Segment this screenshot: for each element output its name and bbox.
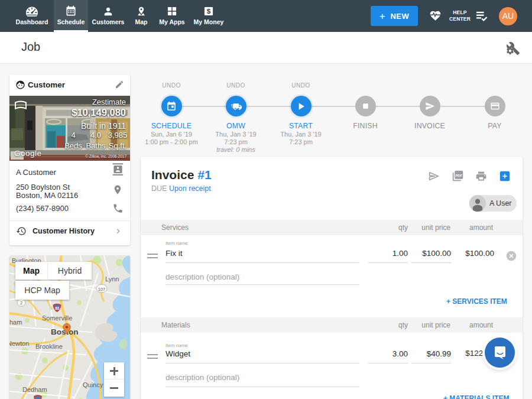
svg-text:PDF: PDF [456, 174, 463, 177]
svg-text:$: $ [207, 7, 211, 15]
svg-text:93: 93 [55, 306, 60, 310]
svg-text:2: 2 [20, 300, 22, 306]
svg-text:Somerville: Somerville [42, 314, 72, 322]
svg-text:Dedham: Dedham [22, 386, 47, 393]
svg-text:107: 107 [98, 287, 106, 292]
svg-text:Quincy: Quincy [83, 381, 103, 388]
svg-text:Brookline: Brookline [35, 343, 63, 350]
svg-text:Lynn: Lynn [105, 275, 119, 283]
svg-text:Newton: Newton [9, 340, 29, 347]
svg-text:ham: ham [9, 319, 22, 326]
